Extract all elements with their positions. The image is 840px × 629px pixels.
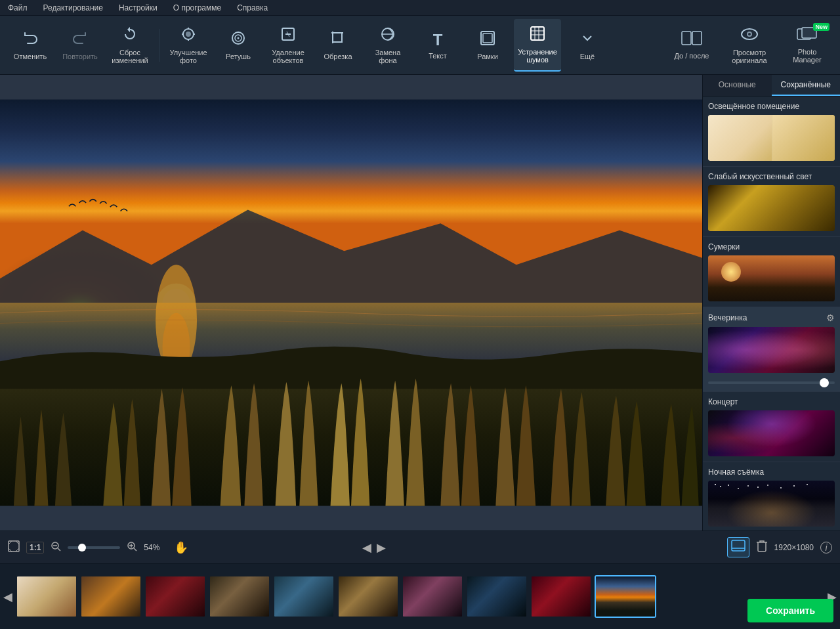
nr-item-night-shot-label: Ночная съёмка — [708, 467, 764, 477]
remove-objects-button[interactable]: Удаление объектов — [264, 19, 312, 72]
enhance-button[interactable]: Улучшение фото — [165, 19, 212, 72]
denoise-button[interactable]: Устранение шумов — [514, 19, 561, 72]
image-size-label: 1920×1080 — [774, 543, 814, 552]
svg-line-42 — [134, 548, 136, 551]
filmstrip-thumb-3[interactable] — [144, 575, 206, 618]
svg-point-8 — [238, 37, 240, 39]
enhance-icon — [180, 26, 196, 46]
bg-replace-icon — [380, 26, 396, 46]
menu-file[interactable]: Файл — [5, 2, 30, 14]
bg-replace-label: Замена фона — [367, 49, 409, 64]
reset-button[interactable]: Сброс изменений — [106, 19, 154, 72]
preview-original-button[interactable]: Просмотр оригинала — [721, 19, 778, 72]
more-label: Ещё — [580, 53, 595, 60]
photo-manager-button[interactable]: New Photo Manager — [781, 19, 833, 72]
preview-original-icon — [740, 26, 759, 46]
party-slider-container — [708, 377, 835, 386]
nr-item-weak-light[interactable]: Слабый искусственный свет — [703, 167, 840, 237]
prev-photo-button[interactable]: ◀ — [362, 540, 371, 555]
filmstrip-thumb-2[interactable] — [80, 575, 142, 618]
zoom-percent: 54% — [144, 543, 167, 552]
nr-item-dusk[interactable]: Сумерки — [703, 237, 840, 307]
svg-rect-17 — [531, 27, 544, 40]
filmstrip-thumb-9[interactable] — [530, 575, 592, 618]
text-icon: T — [433, 31, 443, 49]
new-badge: New — [813, 23, 830, 31]
zoom-fit-button[interactable] — [8, 540, 20, 555]
hand-tool-button[interactable]: ✋ — [174, 540, 188, 555]
filmstrip-thumb-5[interactable] — [273, 575, 335, 618]
nr-item-lit-room[interactable]: Освещённое помещение — [703, 97, 840, 167]
view-mode-button[interactable] — [727, 537, 749, 557]
tab-saved[interactable]: Сохранённые — [772, 75, 841, 96]
frames-button[interactable]: Рамки — [464, 19, 511, 72]
text-label: Текст — [429, 52, 447, 60]
frames-icon — [480, 30, 495, 50]
nr-item-concert[interactable]: Концерт — [703, 392, 840, 462]
nr-item-lit-room-thumb — [708, 115, 835, 161]
party-gear-icon[interactable]: ⚙ — [826, 313, 835, 323]
next-photo-button[interactable]: ▶ — [377, 540, 386, 555]
nr-item-lit-room-label: Освещённое помещение — [708, 102, 799, 111]
bottom-right-controls: 1920×1080 i — [727, 537, 832, 557]
nr-item-dusk-label: Сумерки — [708, 242, 740, 251]
save-button[interactable]: Сохранить — [747, 599, 833, 622]
menubar: Файл Редактирование Настройки О программ… — [0, 0, 840, 16]
svg-rect-11 — [333, 33, 342, 42]
menu-help[interactable]: Справка — [234, 2, 270, 14]
before-after-icon — [681, 31, 702, 49]
nr-item-dusk-thumb — [708, 255, 835, 301]
svg-rect-22 — [682, 32, 691, 45]
filmstrip-prev-button[interactable]: ◀ — [0, 567, 16, 626]
menu-about[interactable]: О программе — [171, 2, 224, 14]
filmstrip-thumb-8[interactable] — [466, 575, 528, 618]
crop-icon — [330, 30, 346, 50]
crop-button[interactable]: Обрезка — [314, 19, 362, 72]
zoom-in-button[interactable] — [127, 541, 137, 554]
zoom-out-button[interactable] — [51, 541, 61, 554]
one-to-one-button[interactable]: 1:1 — [26, 542, 44, 553]
nr-item-concert-thumb — [708, 410, 835, 456]
svg-line-39 — [58, 548, 60, 551]
tab-basic[interactable]: Основные — [703, 75, 772, 96]
toolbar: Отменить Повторить Сброс изменений Улучш… — [0, 16, 840, 75]
main-area: Основные Сохранённые Освещённое помещени… — [0, 75, 840, 531]
nr-item-party-thumb — [708, 327, 835, 373]
before-after-label: До / после — [675, 52, 709, 60]
remove-objects-icon — [280, 26, 296, 46]
bottom-controls: 1:1 54% ✋ ◀ ▶ 1920×1080 i — [0, 531, 840, 563]
save-button-container: Сохранить — [747, 599, 833, 622]
redo-icon — [72, 30, 88, 50]
menu-settings[interactable]: Настройки — [116, 2, 160, 14]
redo-button[interactable]: Повторить — [56, 19, 104, 72]
filmstrip-thumb-10[interactable] — [595, 575, 656, 618]
filmstrip-thumb-1[interactable] — [16, 575, 77, 618]
nr-item-party[interactable]: Вечеринка ⚙ — [703, 307, 840, 392]
canvas-area — [0, 75, 702, 531]
menu-edit[interactable]: Редактирование — [41, 2, 106, 14]
bg-replace-button[interactable]: Замена фона — [364, 19, 411, 72]
party-strength-slider[interactable] — [708, 381, 835, 384]
retouch-button[interactable]: Ретушь — [215, 19, 262, 72]
nr-item-party-label: Вечеринка — [708, 313, 747, 322]
photo-canvas — [0, 75, 702, 531]
text-button[interactable]: T Текст — [414, 19, 461, 72]
delete-photo-button[interactable] — [756, 539, 768, 555]
nr-item-night-shot[interactable]: Ночная съёмка — [703, 462, 840, 531]
preview-original-label: Просмотр оригинала — [723, 49, 776, 64]
more-button[interactable]: Ещё — [564, 19, 611, 72]
filmstrip-thumb-4[interactable] — [209, 575, 270, 618]
filmstrip-thumb-7[interactable] — [402, 575, 463, 618]
before-after-button[interactable]: До / после — [665, 19, 718, 72]
filmstrip-inner — [16, 575, 824, 618]
filmstrip-thumb-6[interactable] — [337, 575, 399, 618]
panel-tabs: Основные Сохранённые — [703, 75, 840, 97]
undo-icon — [22, 30, 38, 50]
svg-point-1 — [186, 32, 191, 37]
nr-item-concert-label: Концерт — [708, 397, 738, 406]
undo-button[interactable]: Отменить — [7, 19, 54, 72]
more-icon — [579, 30, 595, 50]
zoom-slider[interactable] — [68, 546, 120, 549]
filmstrip: ◀ — [0, 563, 840, 629]
image-info-button[interactable]: i — [820, 542, 832, 553]
